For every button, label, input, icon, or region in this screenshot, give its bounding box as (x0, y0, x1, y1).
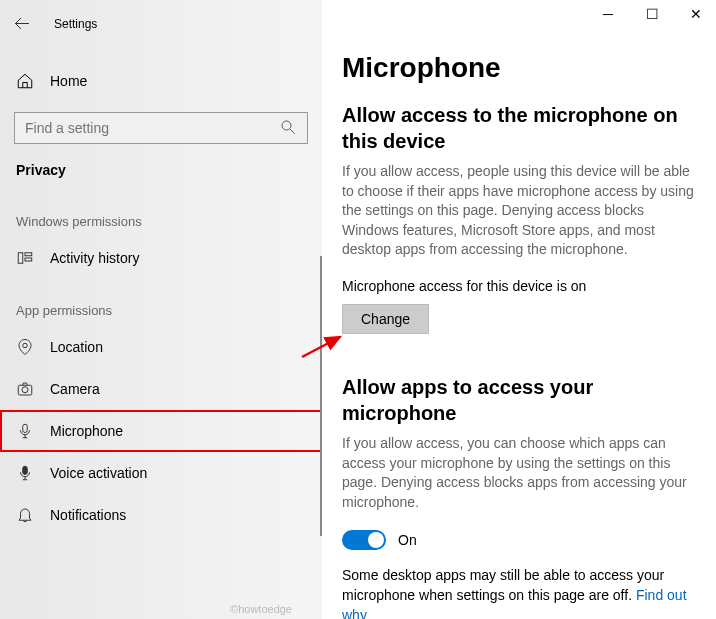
minimize-button[interactable]: ─ (598, 6, 618, 22)
svg-rect-2 (18, 253, 23, 264)
maximize-button[interactable]: ☐ (642, 6, 662, 22)
nav-item-label: Voice activation (50, 465, 147, 481)
nav-microphone[interactable]: Microphone (0, 410, 322, 452)
change-button[interactable]: Change (342, 304, 429, 334)
svg-line-1 (290, 129, 295, 134)
page-title: Microphone (342, 52, 696, 84)
section2-desc: If you allow access, you can choose whic… (342, 434, 696, 512)
section-app-permissions: App permissions (0, 279, 322, 326)
microphone-icon (16, 422, 34, 440)
apps-access-toggle[interactable] (342, 530, 386, 550)
nav-notifications[interactable]: Notifications (0, 494, 322, 536)
mic-access-status: Microphone access for this device is on (342, 278, 696, 294)
section2-note: Some desktop apps may still be able to a… (342, 566, 696, 619)
nav-home-label: Home (50, 73, 87, 89)
camera-icon (16, 380, 34, 398)
search-input[interactable] (25, 120, 279, 136)
nav-home[interactable]: Home (0, 60, 322, 102)
svg-point-0 (282, 121, 291, 130)
nav-item-label: Camera (50, 381, 100, 397)
svg-point-5 (23, 343, 28, 348)
close-button[interactable]: ✕ (686, 6, 706, 22)
svg-rect-8 (23, 424, 28, 432)
watermark: ©howtoedge (230, 603, 292, 615)
nav-voice-activation[interactable]: Voice activation (0, 452, 322, 494)
svg-rect-9 (23, 466, 28, 474)
search-box[interactable] (14, 112, 308, 144)
nav-item-label: Notifications (50, 507, 126, 523)
toggle-state-label: On (398, 532, 417, 548)
location-icon (16, 338, 34, 356)
nav-item-label: Microphone (50, 423, 123, 439)
svg-rect-4 (25, 258, 32, 261)
nav-activity-history[interactable]: Activity history (0, 237, 322, 279)
section1-desc: If you allow access, people using this d… (342, 162, 696, 260)
section-windows-permissions: Windows permissions (0, 190, 322, 237)
home-icon (16, 72, 34, 90)
notifications-icon (16, 506, 34, 524)
svg-rect-3 (25, 253, 32, 256)
toggle-knob (368, 532, 384, 548)
svg-point-7 (22, 387, 28, 393)
nav-item-label: Activity history (50, 250, 139, 266)
category-label: Privacy (0, 144, 322, 190)
back-button[interactable]: 🡠 (14, 15, 30, 33)
nav-location[interactable]: Location (0, 326, 322, 368)
section2-title: Allow apps to access your microphone (342, 374, 696, 426)
voice-icon (16, 464, 34, 482)
activity-icon (16, 249, 34, 267)
nav-item-label: Location (50, 339, 103, 355)
section1-title: Allow access to the microphone on this d… (342, 102, 696, 154)
nav-camera[interactable]: Camera (0, 368, 322, 410)
search-icon (279, 118, 297, 139)
app-title: Settings (54, 17, 97, 31)
